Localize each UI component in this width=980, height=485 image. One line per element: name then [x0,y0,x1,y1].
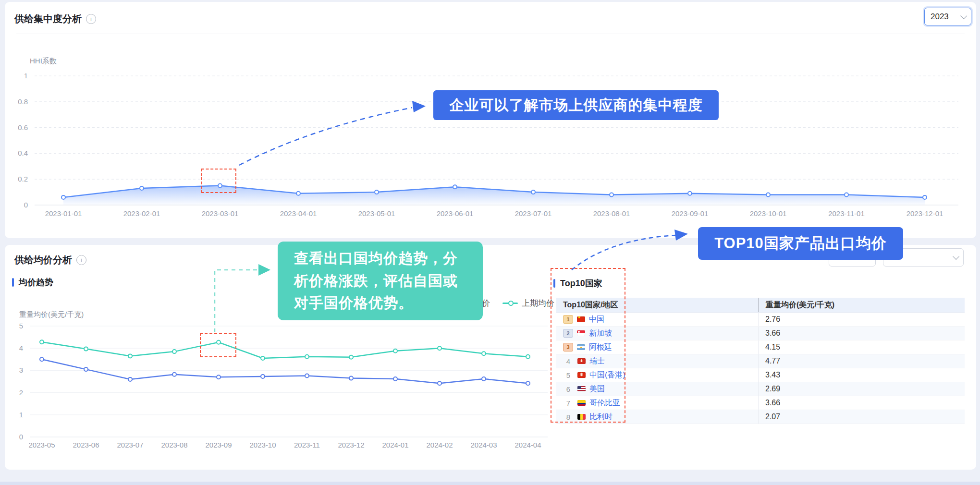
svg-text:2023-05-01: 2023-05-01 [358,209,395,218]
svg-text:5: 5 [19,322,23,330]
highlight-box-top10-table [551,268,625,423]
svg-text:2023-12-01: 2023-12-01 [906,209,943,218]
svg-text:2023-04-01: 2023-04-01 [280,209,317,218]
info-icon[interactable]: i [76,255,86,265]
svg-text:0: 0 [19,433,23,441]
svg-text:2023-05: 2023-05 [28,441,55,449]
svg-text:2024-01: 2024-01 [382,441,408,449]
svg-text:重量均价(美元/千克): 重量均价(美元/千克) [19,310,84,318]
section-bar [12,278,14,287]
callout-top10-export-price: TOP10国家产品出口均价 [698,227,903,260]
price-value: 3.66 [758,396,965,410]
svg-text:2023-07: 2023-07 [117,441,143,449]
year-select[interactable]: 2023 [924,8,971,25]
svg-text:0.6: 0.6 [18,123,28,132]
svg-text:0.8: 0.8 [18,97,28,106]
price-value: 2.76 [758,313,965,326]
section-price-trend: 均价趋势 [12,277,53,288]
svg-text:4: 4 [19,344,23,352]
price-value: 2.07 [758,410,965,424]
svg-text:0.2: 0.2 [18,175,28,183]
svg-text:2023-11-01: 2023-11-01 [828,209,865,218]
chevron-down-icon [953,253,959,260]
legend-item-previous[interactable]: 上期均价 [502,298,554,309]
panel-title-text: 供给集中度分析 [14,12,82,25]
panel-title-text: 供给均价分析 [14,254,72,267]
svg-text:2023-10: 2023-10 [249,441,276,449]
svg-text:3: 3 [19,366,23,374]
svg-text:0: 0 [24,201,28,209]
svg-text:2023-06-01: 2023-06-01 [437,209,474,218]
svg-text:2023-07-01: 2023-07-01 [515,209,552,218]
legend-label: 上期均价 [522,298,554,309]
svg-text:1: 1 [19,411,23,419]
svg-text:2023-03-01: 2023-03-01 [202,209,239,218]
chevron-down-icon [960,12,967,19]
svg-text:2023-10-01: 2023-10-01 [750,209,787,218]
highlight-box-price-peak [200,333,236,357]
price-value: 4.77 [758,354,965,368]
price-value: 3.66 [758,327,965,340]
price-value: 3.43 [758,368,965,382]
svg-text:2023-02-01: 2023-02-01 [123,209,160,218]
svg-text:2024-04: 2024-04 [514,441,541,449]
svg-text:2024-02: 2024-02 [426,441,453,449]
svg-text:0.4: 0.4 [18,149,28,157]
column-header-price: 重量均价(美元/千克) [758,298,965,312]
panel-title-concentration: 供给集中度分析 i [14,12,96,25]
svg-text:2: 2 [19,388,23,397]
section-label: 均价趋势 [19,277,53,288]
svg-text:2024-03: 2024-03 [470,441,497,449]
svg-text:1: 1 [24,72,28,80]
callout-concentration: 企业可以了解市场上供应商的集中程度 [433,90,719,120]
svg-text:2023-06: 2023-06 [73,441,99,449]
legend-marker-teal [502,303,518,304]
svg-text:2023-09: 2023-09 [205,441,232,449]
divider [16,273,965,273]
price-value: 4.15 [758,340,965,354]
svg-text:2023-12: 2023-12 [338,441,364,449]
svg-text:2023-08: 2023-08 [161,441,187,449]
divider [16,34,965,34]
svg-text:2023-01-01: 2023-01-01 [45,209,82,218]
dashboard-page: 供给集中度分析 i 供给均价分析 i 2023 均价趋势 Top10国家 本期均… [0,0,980,485]
svg-text:2023-09-01: 2023-09-01 [672,209,709,218]
highlight-box-hhi-peak [201,169,236,193]
svg-text:2023-08-01: 2023-08-01 [593,209,630,218]
year-select-value: 2023 [931,12,949,22]
svg-text:HHI系数: HHI系数 [30,57,57,65]
svg-text:2023-11: 2023-11 [294,441,320,449]
callout-price-trend-tip: 查看出口国均价趋势，分析价格涨跌，评估自国或对手国价格优势。 [278,242,483,320]
panel-title-price: 供给均价分析 i [14,254,86,267]
price-value: 2.69 [758,382,965,396]
info-icon[interactable]: i [86,14,96,24]
